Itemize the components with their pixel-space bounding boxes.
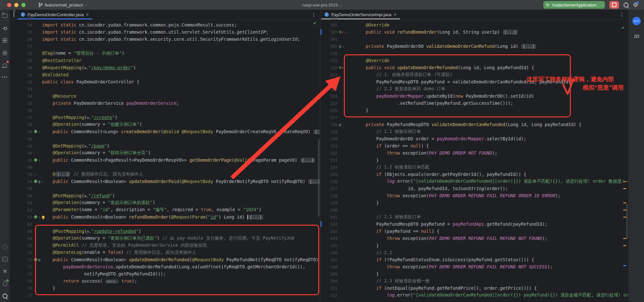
settings-button[interactable]: ⚙ — [633, 2, 638, 8]
line-number[interactable]: 248 — [322, 264, 337, 269]
line-number[interactable]: 60 — [13, 193, 32, 198]
line-number[interactable]: 29 — [13, 58, 32, 63]
line-number[interactable]: 38 — [13, 122, 32, 127]
line-number[interactable]: 32 — [13, 80, 32, 84]
line-number[interactable]: 36 — [13, 108, 32, 113]
line-number[interactable]: 237 — [322, 186, 337, 191]
editor-pane-right[interactable]: C PayDemoOrderServiceImpl.java ✕ ⋮ ✔ 181… — [321, 10, 628, 302]
line-number[interactable]: 181 — [322, 16, 337, 20]
line-number[interactable]: 222 — [322, 80, 337, 84]
fold-arrow-icon[interactable]: › — [342, 44, 345, 49]
scrollbar-left[interactable] — [318, 139, 320, 217]
fold-arrow-icon[interactable]: › — [38, 129, 41, 134]
inspections-ok-icon[interactable]: ✔ — [621, 25, 625, 30]
editor-pane-left[interactable]: C PayDemoOrderController.java ✕ ⋮ ✔ 2324… — [10, 10, 321, 302]
line-number[interactable]: 225 — [322, 101, 337, 106]
line-number[interactable]: 238 — [322, 193, 337, 198]
line-number[interactable]: 252 — [322, 293, 337, 298]
line-number[interactable]: 69 — [13, 236, 32, 241]
line-number[interactable]: 63 — [13, 215, 32, 220]
line-number[interactable]: 23 — [13, 16, 32, 20]
line-number[interactable]: 241 — [322, 215, 337, 220]
line-number[interactable]: 26 — [13, 37, 32, 42]
line-number[interactable]: 232 — [322, 151, 337, 156]
line-number[interactable]: 234 — [322, 165, 337, 170]
line-number[interactable]: 37 — [13, 115, 32, 120]
more-tools-button[interactable]: ••• — [0, 71, 10, 83]
notifications-button[interactable] — [0, 59, 10, 71]
line-number[interactable]: 242 — [322, 222, 337, 227]
code-area-right[interactable]: 181182 @Override183O↑› public void refun… — [321, 14, 628, 299]
close-window-button[interactable] — [7, 3, 11, 7]
folded-code-chip[interactable]: {...} — [248, 215, 263, 220]
git-branch-widget[interactable]: feature/mall_product ⌄ — [39, 3, 88, 7]
debug-tool-button[interactable] — [0, 277, 10, 290]
inspections-ok-icon[interactable]: ✔ — [313, 21, 317, 26]
line-number[interactable]: 72 — [13, 257, 32, 262]
line-number[interactable]: 68 — [13, 229, 32, 234]
search-everywhere-button[interactable] — [624, 3, 628, 7]
line-number[interactable]: 201 — [322, 37, 337, 42]
ai-assistant-button[interactable]: </> — [632, 17, 641, 25]
line-number[interactable]: 42 — [13, 136, 32, 141]
fold-arrow-icon[interactable]: › — [344, 30, 347, 35]
services-tool-button[interactable]: ▷ — [0, 253, 10, 265]
line-number[interactable]: 50 — [13, 172, 32, 177]
line-number[interactable]: 39 — [13, 129, 32, 134]
build-tool-button[interactable]: ⚒ — [0, 265, 10, 277]
line-number[interactable]: 74 — [13, 272, 32, 276]
folded-code-chip[interactable]: {...} — [521, 44, 536, 49]
line-number[interactable]: 230 — [322, 136, 337, 141]
line-number[interactable]: 249 — [322, 272, 337, 276]
minimize-window-button[interactable] — [14, 3, 18, 7]
line-number[interactable]: 182 — [322, 23, 337, 27]
line-number[interactable]: 218 — [322, 51, 337, 56]
folded-code-chip[interactable]: {...} — [300, 158, 315, 163]
project-name[interactable]: ruoyi-vue-pro-2023 — [302, 3, 338, 7]
run-configuration-button[interactable]: ↻ YudaoServerApplication ⌄ — [543, 1, 605, 9]
line-number[interactable]: 246 — [322, 250, 337, 255]
line-number[interactable]: 25 — [13, 30, 32, 35]
line-number[interactable]: 183 — [322, 30, 337, 35]
line-number[interactable]: 33 — [13, 87, 32, 92]
fold-arrow-icon[interactable]: › — [38, 158, 41, 163]
database-tool-button[interactable] — [0, 47, 10, 59]
recent-tool-button[interactable] — [0, 241, 10, 253]
line-number[interactable]: 233 — [322, 158, 337, 163]
stop-button[interactable] — [609, 1, 619, 9]
line-number[interactable]: 247 — [322, 257, 337, 262]
line-number[interactable]: 75 — [13, 279, 32, 284]
line-number[interactable]: 228 — [322, 122, 337, 127]
line-number[interactable]: 219 — [322, 58, 337, 63]
line-number[interactable]: 221 — [322, 72, 337, 77]
folded-code-chip[interactable]: {...} — [56, 172, 71, 177]
line-number[interactable]: 227 — [322, 115, 337, 120]
line-number[interactable]: 61 — [13, 200, 32, 205]
line-number[interactable]: 67 — [13, 222, 32, 227]
line-number[interactable]: 239 — [322, 200, 337, 205]
fold-arrow-icon[interactable]: › — [34, 172, 37, 177]
maven-tool-button[interactable]: m — [634, 32, 639, 39]
line-number[interactable]: 224 — [322, 94, 337, 99]
line-number[interactable]: 31 — [13, 72, 32, 77]
find-tool-button[interactable] — [0, 290, 10, 302]
structure-tool-button[interactable] — [0, 34, 10, 47]
line-number[interactable]: 236 — [322, 179, 337, 184]
line-number[interactable]: 245 — [322, 243, 337, 248]
line-number[interactable]: 24 — [13, 23, 32, 27]
scrollbar-right[interactable] — [626, 204, 628, 239]
folded-code-chip[interactable]: {...} — [313, 129, 320, 134]
line-number[interactable]: 30 — [13, 65, 32, 70]
line-number[interactable]: 202 — [322, 44, 337, 49]
code-area-left[interactable]: 2324import static cn.iocoder.yudao.frame… — [10, 14, 320, 299]
line-number[interactable]: 45 — [13, 158, 32, 163]
line-number[interactable]: 27 — [13, 44, 32, 49]
line-number[interactable]: 244 — [322, 236, 337, 241]
commit-tool-button[interactable] — [0, 22, 10, 34]
line-number[interactable]: 231 — [322, 144, 337, 148]
fold-arrow-icon[interactable]: › — [38, 215, 41, 220]
line-number[interactable]: 226 — [322, 108, 337, 113]
line-number[interactable]: 76 — [13, 286, 32, 291]
folded-code-chip[interactable]: {...} — [503, 30, 518, 35]
line-number[interactable]: 62 — [13, 208, 32, 212]
